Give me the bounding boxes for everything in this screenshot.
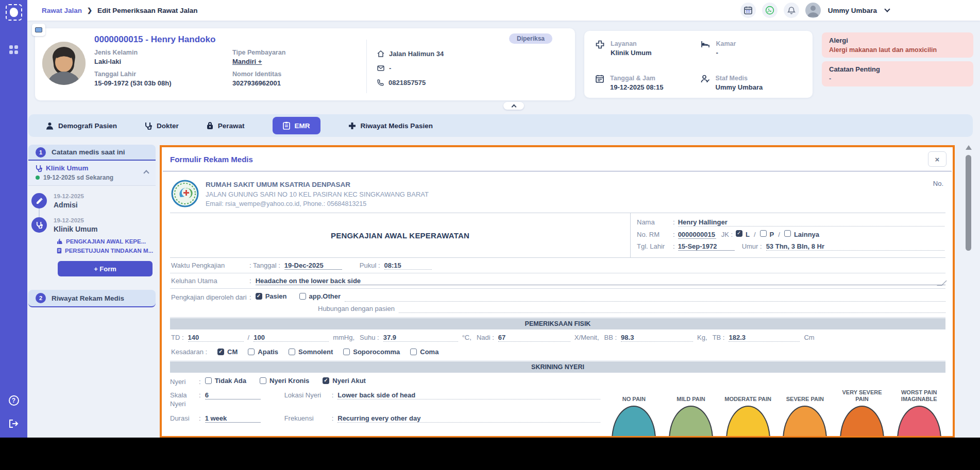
edit-icon xyxy=(36,198,43,204)
tb-field[interactable]: 182.3 xyxy=(729,334,800,342)
alergi-panel: Alergi Alergi makanan laut dan amoxicili… xyxy=(822,32,973,58)
stethoscope-icon xyxy=(36,221,43,229)
jk-lainnya-checkbox[interactable] xyxy=(784,230,791,237)
nyeri-kronis-checkbox[interactable] xyxy=(260,377,266,384)
kesadaran-cm-checkbox[interactable] xyxy=(217,349,224,355)
bb-field[interactable]: 98.3 xyxy=(621,334,693,342)
hospital-header: RUMAH SAKIT UMUM KSATRIA DENPASAR JALAN … xyxy=(170,173,945,213)
pain-face-moderate xyxy=(726,406,770,438)
mail-icon xyxy=(377,65,384,71)
datetime-calendar-icon xyxy=(596,75,604,83)
nurse-badge-icon xyxy=(207,122,213,130)
tanggal-jam-label: Tanggal & Jam xyxy=(610,75,663,82)
no-rm-field[interactable]: 0000000015 xyxy=(678,231,716,239)
notifications-bell-icon[interactable] xyxy=(784,3,799,18)
nomor-identitas-value: 3027936962001 xyxy=(232,79,357,87)
tgl-lahir-field[interactable]: 15-Sep-1972 xyxy=(678,242,735,251)
umur-field[interactable]: 53 Thn, 3 Bln, 8 Hr xyxy=(766,242,944,251)
user-name[interactable]: Ummy Umbara xyxy=(828,7,877,14)
timeline-item-klinik-umum[interactable]: 19-12-2025 Klinik Umum xyxy=(31,217,156,241)
whatsapp-icon[interactable] xyxy=(762,3,778,18)
td-sistole-field[interactable]: 140 xyxy=(188,334,244,342)
pain-face-no-pain xyxy=(612,406,656,438)
nyeri-akut-checkbox[interactable] xyxy=(323,377,329,384)
current-visit-item[interactable]: Klinik Umum 19-12-2025 sd Sekarang xyxy=(28,161,156,186)
kamar-value: - xyxy=(716,49,736,57)
collapse-header-button[interactable] xyxy=(503,102,524,110)
sidebar-section-current[interactable]: 1 Catatan medis saat ini xyxy=(28,145,156,161)
tab-emr[interactable]: EMR xyxy=(273,117,320,134)
staff-icon xyxy=(701,75,709,83)
room-bed-icon xyxy=(701,40,710,48)
medical-cross-icon xyxy=(348,122,356,130)
form-patient-identity: Nama : Henry Hallinger No. RM : 00000000… xyxy=(630,213,945,257)
durasi-field[interactable]: 1 week xyxy=(205,414,261,423)
pain-face-very-severe xyxy=(840,406,884,438)
pain-face-worst xyxy=(897,406,941,438)
app-other-checkbox[interactable] xyxy=(299,293,306,300)
section-number-badge: 2 xyxy=(36,293,46,303)
jk-l-checkbox[interactable] xyxy=(736,230,742,237)
tab-perawat[interactable]: Perawat xyxy=(207,122,245,130)
kesadaran-coma-checkbox[interactable] xyxy=(410,349,417,355)
calendar-icon[interactable] xyxy=(740,3,756,18)
kesadaran-soporocomma-checkbox[interactable] xyxy=(343,349,350,355)
apps-grid-icon[interactable] xyxy=(9,45,19,55)
hubungan-field[interactable] xyxy=(399,305,945,313)
hospital-contact: Email: rsia_wempe@yahoo.co.id, Phone.: 0… xyxy=(206,200,429,207)
breadcrumb-parent[interactable]: Rawat Jalan xyxy=(42,7,82,14)
tipe-pembayaran-link[interactable]: Mandiri + xyxy=(232,58,357,65)
catatan-penting-title: Catatan Penting xyxy=(829,65,966,73)
doc-link-persetujuan[interactable]: PERSETUJUAN TINDAKAN M... xyxy=(57,248,156,254)
nama-field[interactable]: Henry Hallinger xyxy=(678,218,944,227)
nyeri-tidak-ada-checkbox[interactable] xyxy=(205,377,212,384)
pain-face-mild xyxy=(669,406,713,438)
page-scrollbar[interactable] xyxy=(965,145,972,433)
tab-riwayat-medis-pasien[interactable]: Riwayat Medis Pasien xyxy=(348,122,433,130)
jk-p-checkbox[interactable] xyxy=(760,230,767,237)
modal-title: Formulir Rekam Medis xyxy=(170,155,253,164)
add-form-button[interactable]: + Form xyxy=(58,261,153,276)
patient-card-icon-button[interactable] xyxy=(32,24,45,36)
timeline-item-admisi[interactable]: 19-12-2025 Admisi xyxy=(31,193,156,217)
user-menu-chevron-icon[interactable] xyxy=(884,6,890,12)
section-skrining-nyeri: SKRINING NYERI xyxy=(170,361,945,373)
tanggal-lahir-value: 15-09-1972 (53t 03b 08h) xyxy=(94,79,232,87)
user-avatar[interactable] xyxy=(805,3,821,18)
section-number-badge: 1 xyxy=(36,147,46,158)
emr-sidebar: 1 Catatan medis saat ini Klinik Umum 19-… xyxy=(28,145,156,307)
hospital-name: RUMAH SAKIT UMUM KSATRIA DENPASAR xyxy=(206,181,429,188)
lokasi-nyeri-field[interactable]: Lower back side of head xyxy=(337,391,600,399)
nomor-identitas-label: Nomor Identitas xyxy=(232,71,357,78)
skala-nyeri-field[interactable]: 6 xyxy=(205,391,261,399)
frekuensi-field[interactable]: Recurring every other day xyxy=(337,414,600,423)
kesadaran-somnolent-checkbox[interactable] xyxy=(289,349,295,355)
tab-dokter[interactable]: Dokter xyxy=(145,122,179,130)
sidebar-section-history[interactable]: 2 Riwayat Rekam Medis xyxy=(28,290,156,307)
breadcrumb-separator-icon: ❯ xyxy=(87,7,92,14)
tipe-pembayaran-label: Tipe Pembayaran xyxy=(232,49,357,56)
pasien-checkbox[interactable] xyxy=(256,293,262,300)
tanggal-field[interactable]: 19-Dec-2025 xyxy=(284,262,342,270)
logout-icon[interactable] xyxy=(9,419,19,428)
pukul-field[interactable]: 08:15 xyxy=(384,262,432,270)
scroll-up-arrow-icon[interactable] xyxy=(966,145,972,150)
kesadaran-apatis-checkbox[interactable] xyxy=(248,349,255,355)
alergi-text: Alergi makanan laut dan amoxicilin xyxy=(829,46,966,54)
status-badge: Diperiksa xyxy=(509,33,552,44)
hospital-address: JALAN GUNUNG SARI NO 10 KEL PASIRAN KEC … xyxy=(206,190,429,198)
close-button[interactable]: × xyxy=(928,151,947,167)
app-logo[interactable] xyxy=(6,4,22,21)
staf-medis-label: Staf Medis xyxy=(716,75,763,82)
tab-demografi-pasien[interactable]: Demografi Pasien xyxy=(46,122,117,130)
keluhan-utama-field[interactable]: Headache on the lower back side xyxy=(256,277,945,285)
scrollbar-thumb[interactable] xyxy=(966,155,971,251)
nadi-field[interactable]: 67 xyxy=(498,334,570,342)
waktu-pengkajian-label: Waktu Pengkajian xyxy=(171,262,249,269)
catatan-penting-panel: Catatan Penting - xyxy=(822,61,973,86)
help-icon[interactable]: ? xyxy=(9,395,19,406)
suhu-field[interactable]: 37.9 xyxy=(383,334,458,342)
catatan-penting-text: - xyxy=(829,75,966,82)
td-diastole-field[interactable]: 100 xyxy=(254,334,329,342)
formulir-rekam-medis-modal: Formulir Rekam Medis × RUMAH SAKIT UMUM … xyxy=(160,145,955,438)
